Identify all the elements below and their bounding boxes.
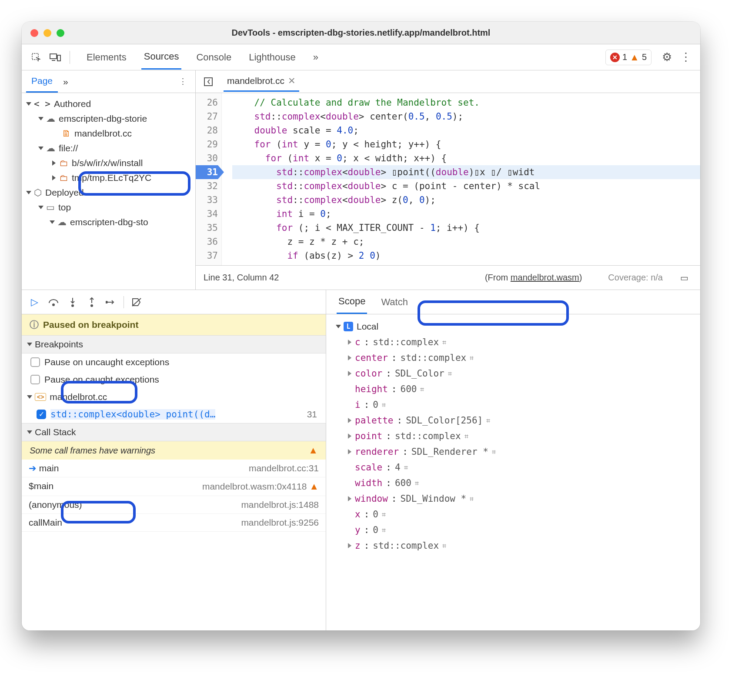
tree-folder-1[interactable]: tmp/tmp.ELcTq2YC [72,173,151,183]
code-line[interactable]: for (int y = 0; y < height; y++) { [232,137,700,151]
sidebar-tabs-overflow[interactable]: » [58,71,74,92]
line-number[interactable]: 32 [196,179,218,193]
callstack-frame[interactable]: ➔ mainmandelbrot.cc:31 [22,460,326,477]
line-number[interactable]: 31 [196,165,218,179]
bp-option-caught[interactable]: Pause on caught exceptions [22,371,326,388]
code-line[interactable]: std::complex<double> z(0, 0); [232,193,700,207]
scope-variable[interactable]: y: 0 ⌗ [337,522,690,538]
expand-icon[interactable] [52,175,56,180]
scope-variable[interactable]: center: std::complex ⌗ [337,350,690,366]
tree-domain[interactable]: emscripten-dbg-storie [59,113,147,124]
checkbox[interactable] [30,375,40,384]
code-line[interactable]: if (abs(z) > 2 0) [232,249,700,263]
line-number[interactable]: 30 [196,151,218,165]
scope-local-head[interactable]: L Local [337,319,690,334]
expand-icon[interactable] [38,206,43,209]
callstack-header[interactable]: Call Stack [22,423,326,441]
code-line[interactable]: double scale = 4.0; [232,123,700,137]
line-number[interactable]: 27 [196,110,218,123]
tree-folder-0[interactable]: b/s/w/ir/x/w/install [72,158,143,168]
tabs-overflow[interactable]: » [311,46,321,69]
top-label[interactable]: top [58,202,71,213]
line-number[interactable]: 33 [196,193,218,207]
expand-icon[interactable] [26,102,31,106]
tab-lighthouse[interactable]: Lighthouse [246,46,298,69]
inspect-icon[interactable] [28,49,44,66]
device-icon[interactable] [47,49,63,66]
deactivate-breakpoints-icon[interactable] [130,296,143,309]
callstack-frame[interactable]: callMainmandelbrot.js:9256 [22,514,326,532]
expand-icon[interactable] [52,160,56,166]
scope-variable[interactable]: c: std::complex ⌗ [337,334,690,350]
scope-variable[interactable]: i: 0 ⌗ [337,397,690,413]
toggle-navigator-icon[interactable] [200,73,217,90]
line-number[interactable]: 26 [196,96,218,110]
tab-watch[interactable]: Watch [379,291,410,313]
line-number[interactable]: 37 [196,249,218,263]
expand-icon[interactable] [26,191,31,194]
bp-option-uncaught[interactable]: Pause on uncaught exceptions [22,353,326,371]
expand-icon[interactable] [27,430,32,434]
bp-file-group[interactable]: <> mandelbrot.cc [22,388,326,406]
step-icon[interactable] [104,296,117,309]
step-into-icon[interactable] [66,296,79,309]
line-number[interactable]: 36 [196,235,218,249]
tree-file-scheme[interactable]: file:// [59,143,78,153]
line-number[interactable]: 34 [196,207,218,221]
code-line[interactable]: for (; i < MAX_ITER_COUNT - 1; i++) { [232,221,700,235]
scope-variable[interactable]: palette: SDL_Color[256] ⌗ [337,413,690,428]
scope-variable[interactable]: z: std::complex ⌗ [337,538,690,553]
issues-status[interactable]: ✕ 1 ▲ 5 [605,50,651,65]
line-gutter[interactable]: 262728293031323334353637 [196,93,222,265]
line-number[interactable]: 35 [196,221,218,235]
scope-variable[interactable]: point: std::complex ⌗ [337,428,690,444]
close-tab-icon[interactable]: ✕ [288,76,296,86]
tab-sources[interactable]: Sources [141,45,182,70]
scope-variable[interactable]: scale: 4 ⌗ [337,460,690,475]
code-editor[interactable]: 262728293031323334353637 // Calculate an… [196,93,700,265]
show-coverage-icon[interactable]: ▭ [676,270,692,286]
step-out-icon[interactable] [85,296,98,309]
scope-variable[interactable]: color: SDL_Color ⌗ [337,366,690,381]
expand-icon[interactable] [336,325,341,328]
tab-scope[interactable]: Scope [337,290,367,314]
scope-variable[interactable]: window: SDL_Window * ⌗ [337,491,690,507]
code-line[interactable]: std::complex<double> ▯point((double)▯x ▯… [232,165,700,179]
source-from-link[interactable]: mandelbrot.wasm [511,273,579,282]
scope-variable[interactable]: width: 600 ⌗ [337,475,690,491]
tab-console[interactable]: Console [194,46,234,69]
tree-file-mandelbrot[interactable]: mandelbrot.cc [74,128,132,139]
expand-icon[interactable] [38,147,43,150]
expand-icon[interactable] [38,117,43,120]
code-line[interactable]: std::complex<double> center(0.5, 0.5); [232,110,700,123]
code-line[interactable]: for (int x = 0; x < width; x++) { [232,151,700,165]
scope-variable[interactable]: height: 600 ⌗ [337,381,690,397]
line-number[interactable]: 29 [196,137,218,151]
step-over-icon[interactable] [47,296,60,309]
breakpoint-item[interactable]: std::complex<double> point((d… 31 [22,406,326,423]
code-line[interactable]: z = z * z + c; [232,235,700,249]
sidebar-tab-page[interactable]: Page [26,70,58,93]
callstack-frame[interactable]: (anonymous)mandelbrot.js:1488 [22,496,326,514]
expand-icon[interactable] [27,395,32,399]
tab-elements[interactable]: Elements [84,46,129,69]
code-line[interactable]: int i = 0; [232,207,700,221]
code-area[interactable]: // Calculate and draw the Mandelbrot set… [222,93,700,265]
expand-icon[interactable] [50,220,55,224]
code-line[interactable]: // Calculate and draw the Mandelbrot set… [232,96,700,110]
callstack-frame[interactable]: $mainmandelbrot.wasm:0x4118 ▲ [22,477,326,496]
checkbox-checked[interactable] [37,410,46,419]
scope-variable[interactable]: x: 0 ⌗ [337,507,690,522]
line-number[interactable]: 28 [196,123,218,137]
scope-variable[interactable]: renderer: SDL_Renderer * ⌗ [337,444,690,460]
sidebar-more-icon[interactable]: ⋮ [174,73,191,90]
checkbox[interactable] [30,357,40,367]
breakpoints-header[interactable]: Breakpoints [22,335,326,353]
editor-tab-file[interactable]: mandelbrot.cc ✕ [224,71,299,92]
deployed-domain[interactable]: emscripten-dbg-sto [70,217,148,227]
expand-icon[interactable] [27,343,32,346]
more-icon[interactable]: ⋮ [678,49,694,66]
code-line[interactable]: std::complex<double> c = (point - center… [232,179,700,193]
resume-icon[interactable]: ▷ [28,296,41,309]
settings-icon[interactable]: ⚙ [658,49,675,66]
